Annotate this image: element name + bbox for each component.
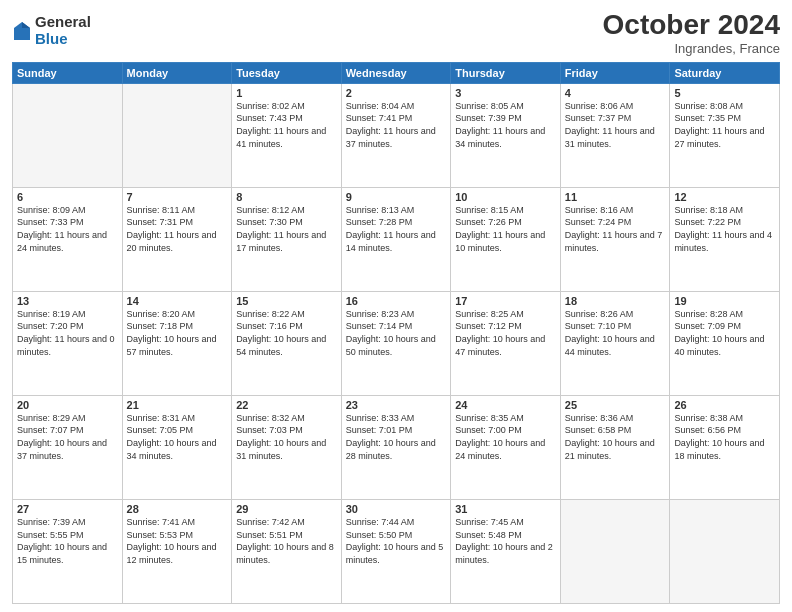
day-number: 27: [17, 503, 118, 515]
calendar-cell: [13, 83, 123, 187]
calendar-cell: 5Sunrise: 8:08 AM Sunset: 7:35 PM Daylig…: [670, 83, 780, 187]
day-number: 16: [346, 295, 447, 307]
day-info: Sunrise: 8:35 AM Sunset: 7:00 PM Dayligh…: [455, 412, 556, 462]
calendar-cell: 15Sunrise: 8:22 AM Sunset: 7:16 PM Dayli…: [232, 291, 342, 395]
day-info: Sunrise: 8:38 AM Sunset: 6:56 PM Dayligh…: [674, 412, 775, 462]
main-container: General Blue October 2024 Ingrandes, Fra…: [0, 0, 792, 612]
logo-general: General: [35, 14, 91, 31]
calendar-cell: 11Sunrise: 8:16 AM Sunset: 7:24 PM Dayli…: [560, 187, 670, 291]
day-number: 15: [236, 295, 337, 307]
day-info: Sunrise: 8:16 AM Sunset: 7:24 PM Dayligh…: [565, 204, 666, 254]
day-number: 1: [236, 87, 337, 99]
calendar-week-2: 6Sunrise: 8:09 AM Sunset: 7:33 PM Daylig…: [13, 187, 780, 291]
calendar-body: 1Sunrise: 8:02 AM Sunset: 7:43 PM Daylig…: [13, 83, 780, 603]
weekday-header-wednesday: Wednesday: [341, 62, 451, 83]
calendar-cell: 8Sunrise: 8:12 AM Sunset: 7:30 PM Daylig…: [232, 187, 342, 291]
day-number: 12: [674, 191, 775, 203]
calendar-cell: [670, 499, 780, 603]
day-number: 4: [565, 87, 666, 99]
calendar-cell: 18Sunrise: 8:26 AM Sunset: 7:10 PM Dayli…: [560, 291, 670, 395]
day-info: Sunrise: 8:15 AM Sunset: 7:26 PM Dayligh…: [455, 204, 556, 254]
day-number: 25: [565, 399, 666, 411]
header: General Blue October 2024 Ingrandes, Fra…: [12, 10, 780, 56]
calendar-cell: 16Sunrise: 8:23 AM Sunset: 7:14 PM Dayli…: [341, 291, 451, 395]
day-number: 6: [17, 191, 118, 203]
calendar-cell: 26Sunrise: 8:38 AM Sunset: 6:56 PM Dayli…: [670, 395, 780, 499]
calendar-cell: 2Sunrise: 8:04 AM Sunset: 7:41 PM Daylig…: [341, 83, 451, 187]
calendar-cell: 4Sunrise: 8:06 AM Sunset: 7:37 PM Daylig…: [560, 83, 670, 187]
day-number: 7: [127, 191, 228, 203]
calendar-week-3: 13Sunrise: 8:19 AM Sunset: 7:20 PM Dayli…: [13, 291, 780, 395]
weekday-header-saturday: Saturday: [670, 62, 780, 83]
calendar-cell: 17Sunrise: 8:25 AM Sunset: 7:12 PM Dayli…: [451, 291, 561, 395]
day-number: 3: [455, 87, 556, 99]
day-number: 2: [346, 87, 447, 99]
day-info: Sunrise: 8:05 AM Sunset: 7:39 PM Dayligh…: [455, 100, 556, 150]
calendar-cell: 28Sunrise: 7:41 AM Sunset: 5:53 PM Dayli…: [122, 499, 232, 603]
calendar-week-1: 1Sunrise: 8:02 AM Sunset: 7:43 PM Daylig…: [13, 83, 780, 187]
calendar-cell: [122, 83, 232, 187]
day-info: Sunrise: 8:28 AM Sunset: 7:09 PM Dayligh…: [674, 308, 775, 358]
calendar-week-5: 27Sunrise: 7:39 AM Sunset: 5:55 PM Dayli…: [13, 499, 780, 603]
calendar-cell: 31Sunrise: 7:45 AM Sunset: 5:48 PM Dayli…: [451, 499, 561, 603]
calendar-cell: 21Sunrise: 8:31 AM Sunset: 7:05 PM Dayli…: [122, 395, 232, 499]
day-info: Sunrise: 8:32 AM Sunset: 7:03 PM Dayligh…: [236, 412, 337, 462]
day-info: Sunrise: 8:26 AM Sunset: 7:10 PM Dayligh…: [565, 308, 666, 358]
day-info: Sunrise: 7:44 AM Sunset: 5:50 PM Dayligh…: [346, 516, 447, 566]
calendar-cell: 19Sunrise: 8:28 AM Sunset: 7:09 PM Dayli…: [670, 291, 780, 395]
weekday-header-sunday: Sunday: [13, 62, 123, 83]
calendar-cell: 1Sunrise: 8:02 AM Sunset: 7:43 PM Daylig…: [232, 83, 342, 187]
svg-marker-1: [22, 22, 30, 28]
logo-blue: Blue: [35, 31, 91, 48]
day-number: 13: [17, 295, 118, 307]
day-number: 30: [346, 503, 447, 515]
day-number: 8: [236, 191, 337, 203]
day-number: 23: [346, 399, 447, 411]
day-number: 31: [455, 503, 556, 515]
day-info: Sunrise: 7:39 AM Sunset: 5:55 PM Dayligh…: [17, 516, 118, 566]
day-number: 10: [455, 191, 556, 203]
day-info: Sunrise: 8:20 AM Sunset: 7:18 PM Dayligh…: [127, 308, 228, 358]
day-number: 21: [127, 399, 228, 411]
weekday-header-thursday: Thursday: [451, 62, 561, 83]
day-info: Sunrise: 8:06 AM Sunset: 7:37 PM Dayligh…: [565, 100, 666, 150]
day-info: Sunrise: 8:25 AM Sunset: 7:12 PM Dayligh…: [455, 308, 556, 358]
day-number: 20: [17, 399, 118, 411]
calendar-cell: 20Sunrise: 8:29 AM Sunset: 7:07 PM Dayli…: [13, 395, 123, 499]
calendar-cell: 22Sunrise: 8:32 AM Sunset: 7:03 PM Dayli…: [232, 395, 342, 499]
calendar-cell: 29Sunrise: 7:42 AM Sunset: 5:51 PM Dayli…: [232, 499, 342, 603]
day-info: Sunrise: 8:12 AM Sunset: 7:30 PM Dayligh…: [236, 204, 337, 254]
weekday-header-tuesday: Tuesday: [232, 62, 342, 83]
day-number: 11: [565, 191, 666, 203]
calendar-cell: 23Sunrise: 8:33 AM Sunset: 7:01 PM Dayli…: [341, 395, 451, 499]
calendar-cell: [560, 499, 670, 603]
calendar-cell: 12Sunrise: 8:18 AM Sunset: 7:22 PM Dayli…: [670, 187, 780, 291]
day-info: Sunrise: 8:02 AM Sunset: 7:43 PM Dayligh…: [236, 100, 337, 150]
calendar-cell: 10Sunrise: 8:15 AM Sunset: 7:26 PM Dayli…: [451, 187, 561, 291]
calendar-cell: 24Sunrise: 8:35 AM Sunset: 7:00 PM Dayli…: [451, 395, 561, 499]
day-number: 26: [674, 399, 775, 411]
day-info: Sunrise: 8:08 AM Sunset: 7:35 PM Dayligh…: [674, 100, 775, 150]
calendar-cell: 14Sunrise: 8:20 AM Sunset: 7:18 PM Dayli…: [122, 291, 232, 395]
day-info: Sunrise: 7:42 AM Sunset: 5:51 PM Dayligh…: [236, 516, 337, 566]
day-number: 19: [674, 295, 775, 307]
day-info: Sunrise: 8:09 AM Sunset: 7:33 PM Dayligh…: [17, 204, 118, 254]
month-title: October 2024: [603, 10, 780, 41]
day-info: Sunrise: 8:29 AM Sunset: 7:07 PM Dayligh…: [17, 412, 118, 462]
logo-text: General Blue: [35, 14, 91, 47]
calendar-cell: 6Sunrise: 8:09 AM Sunset: 7:33 PM Daylig…: [13, 187, 123, 291]
day-info: Sunrise: 7:41 AM Sunset: 5:53 PM Dayligh…: [127, 516, 228, 566]
calendar-cell: 27Sunrise: 7:39 AM Sunset: 5:55 PM Dayli…: [13, 499, 123, 603]
day-info: Sunrise: 8:33 AM Sunset: 7:01 PM Dayligh…: [346, 412, 447, 462]
calendar-cell: 25Sunrise: 8:36 AM Sunset: 6:58 PM Dayli…: [560, 395, 670, 499]
day-info: Sunrise: 8:22 AM Sunset: 7:16 PM Dayligh…: [236, 308, 337, 358]
day-number: 28: [127, 503, 228, 515]
day-number: 5: [674, 87, 775, 99]
day-number: 14: [127, 295, 228, 307]
title-block: October 2024 Ingrandes, France: [603, 10, 780, 56]
day-info: Sunrise: 8:19 AM Sunset: 7:20 PM Dayligh…: [17, 308, 118, 358]
calendar-cell: 9Sunrise: 8:13 AM Sunset: 7:28 PM Daylig…: [341, 187, 451, 291]
calendar-week-4: 20Sunrise: 8:29 AM Sunset: 7:07 PM Dayli…: [13, 395, 780, 499]
calendar-cell: 3Sunrise: 8:05 AM Sunset: 7:39 PM Daylig…: [451, 83, 561, 187]
logo-icon: [12, 20, 32, 42]
